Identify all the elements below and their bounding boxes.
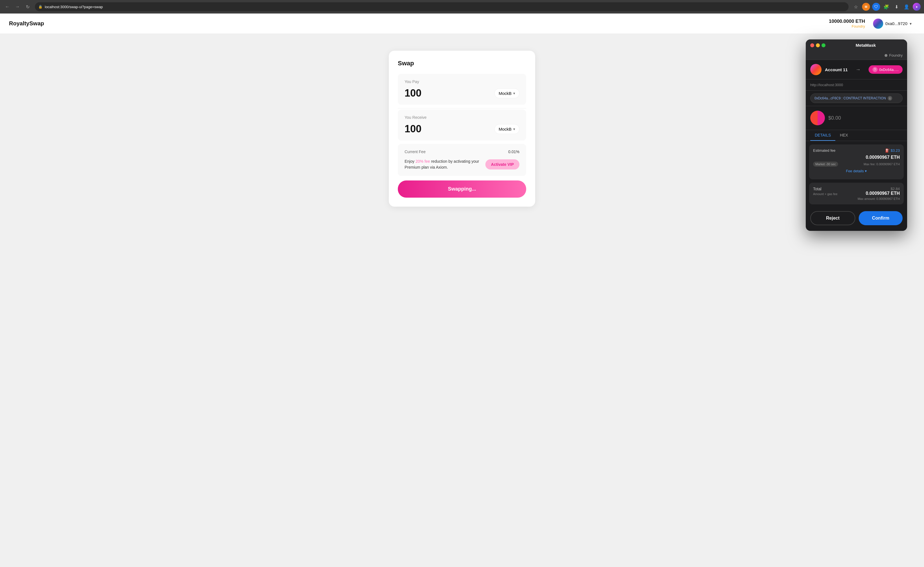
eth-balance: 10000.0000 ETH Foundry [829,19,865,28]
mm-confirm-button[interactable]: Confirm [859,211,903,225]
mm-total-label: Total [813,187,838,191]
swap-card: Swap You Pay 100 MockB ▾ You Receive 100… [389,51,535,207]
mm-tabs: DETAILS HEX [806,130,907,141]
mm-title: MetaMask [829,43,903,48]
mm-close-dot[interactable] [810,44,814,47]
mm-titlebar: MetaMask [806,39,907,51]
vip-highlight: 20% fee [416,159,430,164]
you-pay-amount[interactable]: 100 [405,87,422,99]
you-receive-token-label: MockB [499,127,512,132]
main-content: Swap You Pay 100 MockB ▾ You Receive 100… [0,34,924,567]
mm-question-icon: ? [873,67,878,72]
extensions-button[interactable]: 🧩 [882,3,890,11]
token-chevron-icon: ▾ [513,91,515,96]
nav-buttons: ← → ↻ [3,3,32,11]
mm-tab-details[interactable]: DETAILS [810,130,836,141]
mm-network-bar: Foundry [806,51,907,60]
mm-arrow-icon: → [851,67,865,73]
browser-actions: ☆ M 🛡 🧩 ⬇ 👤 ● [852,3,921,11]
you-receive-amount[interactable]: 100 [405,123,422,135]
mm-account-row: Account 11 → ? 0xDc64a..... [806,60,907,80]
mm-window-controls [810,44,825,47]
vip-text: Enjoy 20% fee reduction by activating yo… [405,159,481,170]
mm-fee-eth: 0.00090967 ETH [813,155,900,160]
mm-info-icon[interactable]: ℹ [888,96,892,100]
mm-max-fee-label: Max fee: 0.00090967 ETH [864,162,900,166]
swap-separator [398,108,526,108]
mm-pie-chart [810,111,825,125]
refresh-button[interactable]: ↻ [24,3,32,11]
mm-maximize-dot[interactable] [822,44,825,47]
address-bar[interactable]: 🔒 localhost:3000/swap-ui?page=swap [35,2,849,11]
mm-site-url: http://localhost:3000 [810,83,843,87]
mm-network-name: Foundry [889,53,903,57]
profile-button[interactable]: 👤 [903,3,910,11]
mm-action-buttons: Reject Confirm [806,208,907,231]
you-pay-label: You Pay [405,80,519,84]
mm-contract-interaction-text: 0xDc64a...cF6C9 : CONTRACT INTERACTION [814,96,886,100]
you-pay-input-row: 100 MockB ▾ [405,87,519,99]
current-fee-label: Current Fee [405,150,426,154]
you-pay-token-selector[interactable]: MockB ▾ [494,88,519,98]
lock-icon: 🔒 [38,5,42,9]
mm-fee-box: Estimated fee ⛽ $3.23 0.00090967 ETH Mar… [809,144,904,179]
shield-extension-icon[interactable]: 🛡 [872,3,880,11]
header-right: 10000.0000 ETH Foundry 0xa0...9720 ▾ [829,17,915,30]
download-button[interactable]: ⬇ [892,3,900,11]
mm-fee-details-text: Fee details [846,169,864,173]
mm-total-left: Total Amount + gas fee [813,187,838,196]
wallet-avatar [873,19,883,29]
browser-chrome: ← → ↻ 🔒 localhost:3000/swap-ui?page=swap… [0,0,924,14]
fee-row: Current Fee 0.01% [405,150,519,154]
mm-site-row: http://localhost:3000 [806,80,907,91]
mm-fee-market-row: Market -30 sec Max fee: 0.00090967 ETH [813,162,900,166]
mm-total-right: $2.84 0.00090967 ETH Max amount: 0.00090… [858,187,900,201]
balance-amount: 10000.0000 ETH [829,19,865,24]
forward-button[interactable]: → [14,3,21,11]
mm-total-row: Total Amount + gas fee $2.84 0.00090967 … [813,187,900,201]
mm-value-section: $0.00 [806,106,907,130]
fee-section: Current Fee 0.01% Enjoy 20% fee reductio… [398,144,526,176]
swap-title: Swap [398,60,526,67]
chevron-down-icon: ▾ [910,21,912,26]
browser-avatar-icon[interactable]: ● [913,3,921,11]
network-name: Foundry [829,24,865,28]
mm-fee-top: Estimated fee ⛽ $3.23 [813,148,900,153]
url-text: localhost:3000/swap-ui?page=swap [45,5,103,9]
mm-account-avatar [810,64,822,75]
mm-total-box: Total Amount + gas fee $2.84 0.00090967 … [809,183,904,204]
mm-network-dot-icon [885,54,887,57]
app-logo: RoyaltySwap [9,20,44,27]
mm-contract-row: 0xDc64a...cF6C9 : CONTRACT INTERACTION ℹ [806,91,907,106]
mm-total-sublabel: Amount + gas fee [813,192,838,196]
mm-tab-hex[interactable]: HEX [836,130,852,141]
current-fee-value: 0.01% [508,150,519,154]
mm-minimize-dot[interactable] [816,44,820,47]
mm-contract-pill: 0xDc64a...cF6C9 : CONTRACT INTERACTION ℹ [810,93,903,103]
wallet-address: 0xa0...9720 [885,21,908,26]
mm-contract-badge: ? 0xDc64a..... [868,65,903,74]
wallet-button[interactable]: 0xa0...9720 ▾ [870,17,915,30]
you-receive-input-row: 100 MockB ▾ [405,123,519,135]
star-button[interactable]: ☆ [852,3,860,11]
swap-button[interactable]: Swapping... [398,180,526,198]
mm-market-badge: Market -30 sec [813,162,838,166]
mm-fee-usd: ⛽ $3.23 [885,148,900,153]
mm-total-max: Max amount: 0.00090967 ETH [858,197,900,201]
metamask-extension-icon[interactable]: M [862,3,870,11]
you-receive-section: You Receive 100 MockB ▾ [398,110,526,141]
mm-contract-label: 0xDc64a..... [879,68,898,72]
you-pay-token-label: MockB [499,91,512,96]
mm-fee-details-chevron-icon: ▾ [865,169,867,173]
mm-total-usd: $2.84 [858,187,900,191]
you-receive-label: You Receive [405,115,519,120]
back-button[interactable]: ← [3,3,11,11]
you-pay-section: You Pay 100 MockB ▾ [398,74,526,105]
activate-vip-button[interactable]: Activate VIP [485,159,519,170]
app-header: RoyaltySwap 10000.0000 ETH Foundry 0xa0.… [0,14,924,34]
mm-reject-button[interactable]: Reject [810,211,855,225]
mm-usd-value: $0.00 [828,115,841,121]
mm-fee-details-link[interactable]: Fee details ▾ [813,166,900,176]
mm-total-eth: 0.00090967 ETH [858,191,900,196]
you-receive-token-selector[interactable]: MockB ▾ [494,124,519,134]
